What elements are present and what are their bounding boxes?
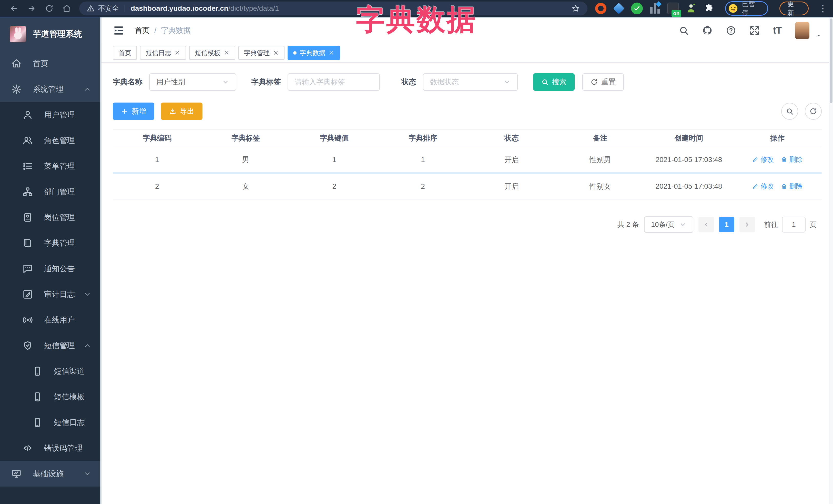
avatar-caret-down-icon[interactable]	[815, 32, 822, 39]
sidebar-item-gear-0-1[interactable]: 系统管理	[0, 76, 101, 102]
download-icon	[169, 108, 176, 115]
extension-person-icon[interactable]	[685, 2, 697, 15]
table-row[interactable]: 2女22开启性别女2021-01-05 17:03:48修改删除	[113, 173, 822, 199]
goto-label: 前往	[764, 220, 778, 229]
extension-bars-icon[interactable]	[649, 2, 661, 15]
extension-gem-icon[interactable]	[613, 2, 625, 15]
list-icon	[23, 161, 33, 171]
tab-短信日志[interactable]: 短信日志	[140, 46, 186, 60]
book-icon	[23, 238, 33, 248]
refresh-table-button[interactable]	[805, 103, 822, 120]
search-icon[interactable]	[679, 25, 689, 35]
tab-label: 字典管理	[244, 49, 270, 57]
page-scrollbar[interactable]	[829, 18, 833, 504]
profile-paused-chip[interactable]: 已暂停	[725, 1, 768, 16]
status-select[interactable]: 数据状态	[423, 73, 518, 91]
export-button[interactable]: 导出	[161, 102, 203, 120]
sidebar-item-tree-1-3[interactable]: 部门管理	[0, 179, 101, 205]
sidebar-item-user-1-0[interactable]: 用户管理	[0, 102, 101, 128]
table-row[interactable]: 1男11开启性别男2021-01-05 17:03:48修改删除	[113, 147, 822, 173]
delete-link[interactable]: 删除	[781, 155, 803, 164]
edit-link-label: 修改	[760, 155, 774, 164]
edit-link[interactable]: 修改	[752, 155, 774, 164]
security-label[interactable]: 不安全	[98, 4, 119, 13]
sidebar-item-users-1-1[interactable]: 角色管理	[0, 128, 101, 153]
browser-home-button[interactable]	[58, 0, 76, 17]
bookmark-star-icon[interactable]	[572, 4, 580, 13]
browser-forward-button[interactable]	[23, 0, 41, 17]
sidebar-item-phone-1-12[interactable]: 短信日志	[0, 410, 101, 435]
table-cell: 2021-01-05 17:03:48	[645, 147, 733, 173]
scrollbar-thumb[interactable]	[830, 19, 832, 103]
close-icon[interactable]	[273, 50, 279, 56]
page-size-select[interactable]: 10条/页	[644, 216, 693, 233]
address-bar[interactable]: 不安全 dashboard.yudao.iocoder.cn /dict/typ…	[79, 2, 588, 16]
sidebar-item-editlog-1-7[interactable]: 审计日志	[0, 282, 101, 307]
dict-name-value: 用户性别	[156, 77, 185, 87]
sidebar-item-list-1-2[interactable]: 菜单管理	[0, 153, 101, 179]
extensions-puzzle-icon[interactable]	[703, 2, 715, 15]
trash-icon	[781, 183, 787, 189]
extension-orange-icon[interactable]	[595, 2, 607, 15]
toggle-search-button[interactable]	[781, 103, 798, 120]
column-header: 字典标签	[201, 129, 290, 147]
sidebar-item-phone-1-10[interactable]: 短信渠道	[0, 358, 101, 384]
header-actions: tT	[679, 22, 822, 39]
delete-link[interactable]: 删除	[781, 182, 803, 191]
sidebar-item-home-0-0[interactable]: 首页	[0, 51, 101, 76]
sidebar-item-monitor-2-0[interactable]: 基础设施	[0, 461, 101, 486]
close-icon[interactable]	[174, 50, 181, 56]
tab-短信模板[interactable]: 短信模板	[189, 46, 235, 60]
page-size-value: 10条/页	[651, 220, 674, 229]
tab-字典数据[interactable]: 字典数据	[288, 46, 340, 60]
dict-data-table: 字典编码字典标签字典键值字典排序状态备注创建时间操作 1男11开启性别男2021…	[113, 129, 822, 199]
browser-menu-icon[interactable]: ⋮	[818, 3, 828, 14]
text-size-icon[interactable]: tT	[773, 25, 782, 36]
tab-首页[interactable]: 首页	[113, 46, 137, 60]
sidebar-logo[interactable]: 芋道管理系统	[0, 18, 101, 51]
sidebar-item-badge-1-4[interactable]: 岗位管理	[0, 205, 101, 230]
sidebar-item-shield-1-9[interactable]: 短信管理	[0, 333, 101, 358]
tab-字典管理[interactable]: 字典管理	[238, 46, 285, 60]
edit-link[interactable]: 修改	[752, 182, 774, 191]
extension-onoff-icon[interactable]: on	[667, 2, 679, 15]
url-path[interactable]: /dict/type/data/1	[229, 4, 279, 13]
sidebar-item-book-1-5[interactable]: 字典管理	[0, 230, 101, 256]
browser-update-button[interactable]: 更新	[780, 2, 809, 16]
goto-page-input[interactable]: 1	[782, 217, 806, 233]
add-button[interactable]: 新增	[113, 102, 154, 120]
close-icon[interactable]	[223, 50, 230, 56]
search-button[interactable]: 搜索	[533, 73, 575, 91]
extension-check-icon[interactable]	[631, 2, 643, 15]
url-host[interactable]: dashboard.yudao.iocoder.cn	[131, 4, 229, 13]
sidebar-scrollbar[interactable]	[100, 18, 101, 504]
fullscreen-icon[interactable]	[749, 25, 760, 35]
user-icon	[23, 110, 33, 120]
sidebar-item-online-1-8[interactable]: 在线用户	[0, 307, 101, 333]
sidebar-item-chat-1-6[interactable]: 通知公告	[0, 256, 101, 282]
browser-back-button[interactable]	[5, 0, 23, 17]
sidebar-item-label: 岗位管理	[44, 212, 75, 223]
breadcrumb-home[interactable]: 首页	[135, 25, 150, 35]
next-page-button[interactable]	[739, 217, 755, 232]
close-icon[interactable]	[328, 50, 334, 56]
table-cell: 2	[113, 173, 201, 199]
sidebar-fold-icon[interactable]	[113, 25, 124, 37]
dict-label-input[interactable]: 请输入字典标签	[288, 73, 380, 91]
check-icon	[633, 5, 641, 12]
dict-name-select[interactable]: 用户性别	[149, 73, 236, 91]
reset-button[interactable]: 重置	[582, 73, 624, 91]
help-icon[interactable]	[726, 25, 736, 35]
user-avatar[interactable]	[795, 22, 809, 39]
table-cell: 1	[290, 147, 379, 173]
chevron-down-icon	[222, 78, 229, 86]
prev-page-button[interactable]	[698, 217, 714, 232]
on-badge: on	[671, 10, 681, 17]
sidebar-item-code-1-13[interactable]: 错误码管理	[0, 435, 101, 461]
page-number-button[interactable]: 1	[719, 217, 734, 232]
browser-reload-button[interactable]	[40, 0, 58, 17]
github-icon[interactable]	[702, 25, 713, 35]
sidebar-item-phone-1-11[interactable]: 短信模板	[0, 384, 101, 410]
sidebar-item-label: 短信日志	[54, 417, 85, 428]
table-cell: 性别男	[556, 147, 645, 173]
